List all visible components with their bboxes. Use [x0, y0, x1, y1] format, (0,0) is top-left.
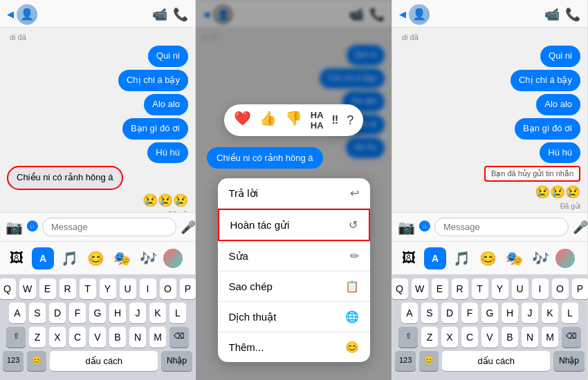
key-m[interactable]: M: [149, 327, 166, 348]
key-delete[interactable]: ⌫: [169, 327, 189, 348]
panel3-music-icon[interactable]: 🎵: [450, 247, 472, 269]
key-o[interactable]: O: [160, 278, 176, 299]
context-item-unsend[interactable]: Hoàn tác gửi ↺: [218, 209, 370, 241]
key-f[interactable]: F: [69, 303, 86, 323]
p3-key-f[interactable]: F: [461, 303, 478, 323]
key-emoji[interactable]: 😊: [27, 351, 46, 371]
p3-key-j[interactable]: J: [522, 303, 538, 323]
key-q[interactable]: Q: [0, 278, 16, 299]
p3-key-l[interactable]: L: [562, 303, 578, 323]
key-l[interactable]: L: [169, 303, 186, 323]
panel3-memoji-icon[interactable]: 😊: [477, 247, 499, 269]
p3-key-n[interactable]: N: [522, 327, 538, 348]
p3-key-y[interactable]: Y: [492, 278, 508, 299]
key-shift[interactable]: ⇧: [6, 327, 26, 348]
panel3-mic-icon[interactable]: 🎤: [573, 220, 588, 235]
p3-key-s[interactable]: S: [421, 303, 438, 323]
p3-key-c[interactable]: C: [461, 327, 478, 348]
key-k[interactable]: K: [149, 303, 166, 323]
p3-key-123[interactable]: 123: [395, 351, 416, 371]
p3-key-q[interactable]: Q: [392, 278, 408, 299]
camera-icon[interactable]: 📷: [6, 219, 23, 236]
react-question[interactable]: ?: [347, 113, 353, 128]
p3-key-shift[interactable]: ⇧: [398, 327, 418, 348]
p3-key-g[interactable]: G: [481, 303, 498, 323]
p3-key-space[interactable]: dấu cách: [442, 351, 550, 371]
p3-key-emoji[interactable]: 😊: [419, 351, 439, 371]
react-exclaim[interactable]: ‼: [332, 114, 339, 126]
context-item-more[interactable]: Thêm... 😊: [218, 332, 370, 362]
key-p[interactable]: P: [180, 278, 196, 299]
memoji-icon[interactable]: 😊: [84, 247, 107, 269]
key-t[interactable]: T: [80, 278, 96, 299]
key-v[interactable]: V: [89, 327, 106, 348]
key-b[interactable]: B: [109, 327, 126, 348]
panel3-back-icon[interactable]: ◀: [399, 9, 406, 19]
panel3-apps-icon[interactable]: 🅐: [419, 221, 430, 234]
p3-key-m[interactable]: M: [542, 327, 558, 348]
itunes-icon[interactable]: 🎶: [137, 247, 159, 269]
panel3-imessage-app[interactable]: A: [424, 247, 446, 269]
phone-icon[interactable]: 📞: [173, 7, 188, 22]
p3-key-k[interactable]: K: [542, 303, 558, 323]
key-n[interactable]: N: [129, 327, 146, 348]
video-call-icon[interactable]: 📹: [152, 7, 167, 22]
p3-key-z[interactable]: Z: [421, 327, 438, 348]
p3-key-d[interactable]: D: [441, 303, 458, 323]
key-a[interactable]: A: [9, 303, 26, 323]
key-w[interactable]: W: [19, 278, 36, 299]
panel3-sticker-icon[interactable]: 🎭: [503, 247, 525, 269]
p3-key-a[interactable]: A: [401, 303, 418, 323]
panel3-video-icon[interactable]: 📹: [544, 7, 560, 22]
p3-key-v[interactable]: V: [481, 327, 498, 348]
key-g[interactable]: G: [89, 303, 106, 323]
p3-key-x[interactable]: X: [441, 327, 458, 348]
p3-key-p[interactable]: P: [572, 278, 589, 299]
p3-key-r[interactable]: R: [452, 278, 468, 299]
p3-key-o[interactable]: O: [552, 278, 569, 299]
panel3-itunes-icon[interactable]: 🎶: [529, 247, 551, 269]
p3-key-i[interactable]: I: [532, 278, 549, 299]
p3-key-h[interactable]: H: [502, 303, 518, 323]
key-h[interactable]: H: [109, 303, 126, 323]
key-y[interactable]: Y: [100, 278, 116, 299]
key-u[interactable]: U: [120, 278, 136, 299]
imessage-app-icon[interactable]: A: [32, 247, 54, 269]
panel3-phone-icon[interactable]: 📞: [565, 7, 580, 22]
message-input[interactable]: [42, 218, 176, 236]
apps-icon[interactable]: 🅐: [27, 221, 38, 234]
mic-icon[interactable]: 🎤: [181, 220, 196, 235]
p3-key-return[interactable]: Nhập: [553, 351, 585, 371]
context-item-translate[interactable]: Dịch thuật 🌐: [218, 302, 370, 332]
panel3-message-input[interactable]: [434, 218, 569, 236]
p3-key-w[interactable]: W: [412, 278, 428, 299]
key-i[interactable]: I: [140, 278, 156, 299]
key-123[interactable]: 123: [3, 351, 24, 371]
photos-icon[interactable]: 🖼: [6, 247, 28, 269]
context-item-reply[interactable]: Trả lời ↩: [218, 178, 370, 209]
p3-key-b[interactable]: B: [502, 327, 518, 348]
p3-key-delete[interactable]: ⌫: [562, 327, 581, 348]
circle-icon[interactable]: [163, 249, 183, 268]
react-thumbsdown[interactable]: 👎: [285, 110, 302, 131]
key-r[interactable]: R: [59, 278, 76, 299]
react-haha[interactable]: HAHA: [311, 110, 324, 131]
back-icon[interactable]: ◀: [7, 9, 14, 19]
key-return[interactable]: Nhập: [161, 351, 192, 371]
panel3-camera-icon[interactable]: 📷: [398, 219, 415, 236]
react-heart[interactable]: ❤️: [234, 110, 251, 131]
p3-key-e[interactable]: E: [432, 278, 448, 299]
music-icon[interactable]: 🎵: [58, 247, 80, 269]
p3-key-t[interactable]: T: [472, 278, 488, 299]
panel3-circle-icon[interactable]: [555, 249, 575, 268]
key-space[interactable]: dấu cách: [50, 351, 158, 371]
key-j[interactable]: J: [129, 303, 146, 323]
key-c[interactable]: C: [69, 327, 86, 348]
p3-key-u[interactable]: U: [512, 278, 529, 299]
sticker-icon[interactable]: 🎭: [111, 247, 133, 269]
context-item-edit[interactable]: Sửa ✏: [218, 241, 370, 272]
context-item-copy[interactable]: Sao chép 📋: [218, 272, 370, 302]
key-z[interactable]: Z: [29, 327, 46, 348]
panel3-photos-icon[interactable]: 🖼: [398, 247, 420, 269]
key-x[interactable]: X: [49, 327, 66, 348]
